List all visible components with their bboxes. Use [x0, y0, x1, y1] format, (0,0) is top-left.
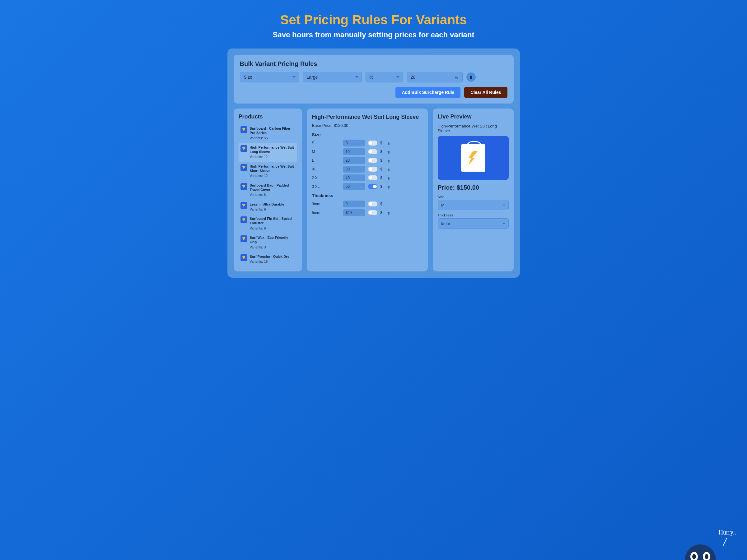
variant-price-input[interactable] — [343, 175, 365, 181]
preview-title: Live Preview — [438, 113, 509, 120]
rule-amount-unit: % — [455, 75, 459, 80]
variant-name: L — [312, 158, 340, 163]
product-name: Surfboard - Carbon Fiber Pro Series — [250, 126, 295, 135]
product-item[interactable]: Surfboard - Carbon Fiber Pro Series Vari… — [239, 124, 297, 143]
rule-amount-input[interactable]: 20 % — [407, 72, 463, 82]
trash-icon — [469, 75, 473, 79]
product-variants: Variants: 12 — [250, 174, 295, 178]
preview-product-name: High-Performance Wet Suit Long Sleeve — [438, 124, 509, 133]
variant-price-input[interactable] — [343, 140, 365, 146]
delete-variant-button[interactable] — [387, 211, 390, 215]
product-icon — [240, 183, 247, 190]
variant-row: 5mm $ — [312, 209, 423, 216]
products-panel: Products Surfboard - Carbon Fiber Pro Se… — [234, 108, 302, 271]
variant-toggle[interactable] — [368, 167, 378, 171]
variant-name: 3mm — [312, 202, 340, 206]
product-variants: Variants: 12 — [250, 155, 295, 159]
rule-value-select[interactable]: Large — [303, 72, 362, 82]
product-item[interactable]: Leash - Ultra Durable Variants: 9 — [239, 199, 297, 214]
variant-toggle[interactable] — [368, 158, 378, 163]
product-item[interactable]: Surfboard Fin Set - Speed Thruster Varia… — [239, 214, 297, 233]
variant-unit: $ — [381, 176, 384, 180]
preview-panel: Live Preview High-Performance Wet Suit L… — [433, 108, 514, 271]
variant-toggle[interactable] — [368, 210, 378, 215]
variant-toggle[interactable] — [368, 202, 378, 207]
product-icon — [240, 145, 247, 152]
product-name: High-Performance Wet Suit Short Sleeve — [250, 164, 295, 173]
preview-size-select[interactable]: M — [438, 200, 509, 210]
preview-thickness-select[interactable]: 5mm — [438, 218, 509, 229]
variant-toggle[interactable] — [368, 176, 378, 180]
variant-unit: $ — [381, 202, 384, 206]
rule-row: Size Large % 20 % — [240, 72, 508, 82]
hero-subtitle: Save hours from manually setting prices … — [6, 30, 741, 39]
delete-rule-button[interactable] — [466, 73, 476, 82]
product-item[interactable]: Surf Wax - Eco-Friendly Grip Variants: 3 — [239, 233, 297, 252]
product-icon — [240, 235, 247, 242]
product-variants: Variants: 3 — [250, 245, 295, 249]
product-variants: Variants: 6 — [250, 192, 295, 197]
rules-panel: Bulk Variant Pricing Rules Size Large % … — [234, 55, 514, 104]
variant-price-input[interactable] — [343, 157, 365, 164]
product-variants: Variants: 9 — [250, 207, 284, 211]
delete-variant-button[interactable] — [387, 159, 390, 162]
variant-price-input[interactable] — [343, 201, 365, 207]
variant-toggle[interactable] — [368, 140, 378, 145]
variant-name: 5mm — [312, 211, 340, 215]
variant-row: 3mm $ — [312, 201, 423, 207]
thickness-section-label: Thickness — [312, 193, 423, 198]
variant-name: 3 XL — [312, 184, 340, 189]
bag-icon — [461, 144, 485, 171]
variant-unit: $ — [381, 167, 384, 171]
preview-size-label: Size — [438, 195, 509, 199]
variant-row: 3 XL $ — [312, 183, 423, 190]
delete-variant-button[interactable] — [387, 185, 390, 188]
variant-unit: $ — [381, 211, 384, 215]
size-section-label: Size — [312, 132, 423, 137]
delete-variant-button[interactable] — [387, 167, 390, 171]
product-icon — [240, 202, 247, 209]
delete-variant-button[interactable] — [387, 141, 390, 145]
variant-toggle[interactable] — [368, 184, 378, 189]
product-name: Leash - Ultra Durable — [250, 202, 284, 207]
clear-rules-button[interactable]: Clear All Rules — [464, 87, 507, 98]
penguin-icon — [685, 544, 716, 560]
preview-image — [438, 136, 509, 180]
app-container: Bulk Variant Pricing Rules Size Large % … — [227, 49, 520, 278]
product-icon — [240, 255, 247, 261]
product-variants: Variants: 9 — [250, 226, 295, 231]
variant-price-input[interactable] — [343, 166, 365, 172]
delete-variant-button[interactable] — [387, 176, 390, 180]
base-price: Base Price: $120.00 — [312, 123, 423, 128]
product-item[interactable]: High-Performance Wet Suit Short Sleeve V… — [239, 162, 297, 181]
product-item[interactable]: Surfboard Bag - Padded Travel Cover Vari… — [239, 181, 297, 199]
delete-variant-button[interactable] — [387, 150, 390, 154]
rule-type-select[interactable]: % — [366, 72, 403, 82]
product-name: Surf Poncho - Quick Dry — [250, 255, 289, 259]
variant-row: XL $ — [312, 166, 423, 172]
product-variants: Variants: 18 — [250, 259, 289, 264]
variant-row: 2 XL $ — [312, 175, 423, 181]
add-rule-button[interactable]: Add Bulk Surcharge Rule — [395, 87, 460, 98]
variant-price-input[interactable] — [343, 209, 365, 216]
rules-title: Bulk Variant Pricing Rules — [240, 60, 508, 68]
rule-attribute-select[interactable]: Size — [240, 72, 299, 82]
product-name: Surfboard Bag - Padded Travel Cover — [250, 183, 295, 192]
variant-toggle[interactable] — [368, 149, 378, 154]
mascot: Hurry.. — [678, 544, 722, 560]
product-item[interactable]: Surf Poncho - Quick Dry Variants: 18 — [239, 252, 297, 266]
variant-price-input[interactable] — [343, 148, 365, 155]
product-icon — [240, 216, 247, 223]
product-item[interactable]: High-Performance Wet Suit Long Sleeve Va… — [239, 143, 297, 162]
variant-row: S $ — [312, 140, 423, 146]
rule-amount-value: 20 — [411, 75, 416, 80]
products-title: Products — [239, 113, 297, 120]
product-name: Surfboard Fin Set - Speed Thruster — [250, 216, 295, 225]
detail-panel: High-Performance Wet Suit Long Sleeve Ba… — [307, 108, 428, 271]
variant-name: M — [312, 150, 340, 154]
product-icon — [240, 164, 247, 171]
variant-price-input[interactable] — [343, 183, 365, 190]
variant-name: 2 XL — [312, 176, 340, 180]
variant-unit: $ — [381, 141, 384, 145]
preview-thickness-label: Thickness — [438, 213, 509, 217]
